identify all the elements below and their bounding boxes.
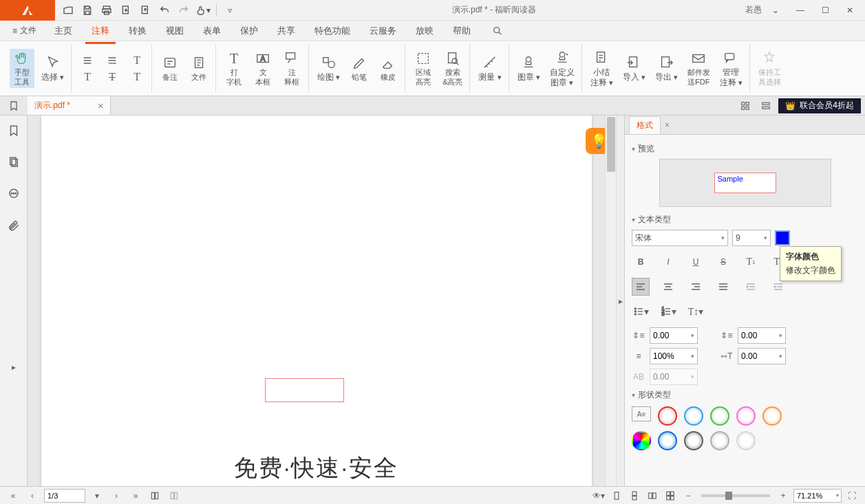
superscript-button[interactable]: T1 [742,253,760,271]
menu-tab-9[interactable]: 放映 [406,22,443,40]
continuous-view-icon[interactable] [627,488,642,503]
strikeout-t-icon[interactable]: T [102,69,122,85]
insert-text-icon[interactable]: T [127,69,147,85]
zoom-in-button[interactable]: + [776,488,791,503]
pencil-button[interactable]: 铅笔 [347,54,372,83]
underline-t-icon[interactable]: T [77,69,98,85]
zoom-slider[interactable] [701,494,770,497]
measure-button[interactable]: 测量 ▾ [476,53,504,83]
menu-tab-5[interactable]: 保护 [231,22,268,40]
search-highlight-button[interactable]: 搜索 &高亮 [440,49,465,87]
zoom-level-combo[interactable]: 71.21% [793,489,842,503]
keep-selection-button[interactable]: 保持工 具选择 [756,49,784,87]
numbered-list-button[interactable]: 123▾ [659,303,677,320]
replace-text-icon[interactable]: T [127,53,147,68]
char-spacing-input[interactable]: 0.00 [738,348,786,364]
pdf-page[interactable]: 免费·快速·安全 全球用户超越6.5亿, 阅读PDF文档的理想选择~ [41,116,592,486]
shape-color-swatch[interactable] [710,431,729,450]
close-button[interactable]: ✕ [839,1,861,19]
minimize-button[interactable]: ― [789,1,811,19]
shape-type-section-title[interactable]: 形状类型 [632,389,858,401]
last-page-button[interactable]: » [128,488,143,503]
panel-tab-close-icon[interactable]: × [665,120,670,130]
summary-button[interactable]: 小结 注释 ▾ [588,48,616,89]
align-left-button[interactable] [632,278,650,296]
list-view-icon[interactable] [758,98,774,114]
attach-file-button[interactable]: 文件 [186,54,211,83]
highlight-icon[interactable] [77,53,98,68]
export-button[interactable]: 导出 ▾ [652,53,681,83]
shape-style-text[interactable]: A≡ [632,406,651,421]
eraser-button[interactable]: 橡皮 [376,54,401,83]
menu-tab-2[interactable]: 转换 [119,22,156,40]
align-center-button[interactable] [659,278,677,296]
annotation-textbox[interactable] [265,378,344,402]
menu-tab-1[interactable]: 注释 [82,22,119,40]
export-page-icon[interactable] [117,1,135,19]
left-expand-icon[interactable]: ▸ [10,353,18,381]
shape-color-swatch[interactable] [684,431,703,450]
squiggly-icon[interactable] [102,53,122,68]
area-highlight-button[interactable]: 区域 高亮 [411,49,436,87]
shape-color-swatch[interactable] [658,406,677,426]
shape-color-swatch[interactable] [658,431,677,450]
qat-dropdown-icon[interactable]: ▿ [221,1,239,19]
tab-close-icon[interactable]: × [98,100,103,111]
search-icon[interactable] [489,22,506,40]
spacing-after-input[interactable]: 0.00 [738,327,786,344]
text-direction-button[interactable]: T↕▾ [687,303,705,320]
shape-color-swatch[interactable] [684,406,703,426]
font-family-combo[interactable]: 宋体 [632,230,728,246]
mail-fdf-button[interactable]: 邮件发 送FDF [685,49,713,87]
callout-button[interactable]: 注 释框 [279,49,304,87]
align-right-button[interactable] [687,278,705,296]
open-icon[interactable] [59,1,77,19]
custom-stamp-button[interactable]: 自定义 图章 ▾ [547,48,577,89]
import-button[interactable]: 导入 ▾ [620,53,648,83]
shape-color-swatch[interactable] [736,406,756,426]
menu-tab-7[interactable]: 特色功能 [305,22,360,40]
undo-icon[interactable] [156,1,173,19]
zoom-out-button[interactable]: − [681,488,696,503]
spacing-before-input[interactable]: 0.00 [650,327,698,344]
document-tab[interactable]: 演示.pdf * × [28,96,111,115]
strikethrough-button[interactable]: S [714,253,732,271]
prev-page-button[interactable]: ‹ [25,488,40,503]
page-layout-icon[interactable] [147,488,162,503]
text-type-section-title[interactable]: 文本类型 [632,214,858,226]
align-justify-button[interactable] [714,278,732,296]
manage-comments-button[interactable]: 管理 注释 ▾ [717,48,745,89]
hand-tool-button[interactable]: 手型 工具 [10,49,34,87]
bookmarks-icon[interactable] [4,121,23,140]
bookmark-marker-icon[interactable] [0,96,28,115]
preview-section-title[interactable]: 预览 [632,143,858,155]
maximize-button[interactable]: ☐ [814,1,836,19]
menu-tab-10[interactable]: 帮助 [443,22,480,40]
bullet-list-button[interactable]: ▾ [632,303,650,320]
continuous-facing-view-icon[interactable] [663,488,678,503]
underline-button[interactable]: U [687,253,705,271]
menu-tab-4[interactable]: 表单 [193,22,231,40]
indent-decrease-button[interactable] [742,278,760,296]
file-menu[interactable]: ≡ 文件 [7,22,42,39]
promo-banner[interactable]: 👑 联合会员4折起 [778,98,861,113]
menu-tab-6[interactable]: 共享 [268,22,305,40]
user-dropdown-icon[interactable]: ⌄ [765,1,787,19]
right-collapse-icon[interactable]: ▸ [616,116,624,486]
draw-shapes-button[interactable]: 绘图 ▾ [314,53,343,83]
vertical-scrollbar[interactable] [605,116,616,486]
menu-tab-8[interactable]: 云服务 [360,22,406,40]
facing-view-icon[interactable] [645,488,660,503]
color-wheel-button[interactable] [632,431,651,450]
note-button[interactable]: 备注 [158,54,182,83]
textbox-button[interactable]: A文 本框 [250,49,275,87]
format-tab[interactable]: 格式 [629,116,661,134]
grid-view-icon[interactable] [737,98,754,114]
first-page-button[interactable]: « [6,488,21,503]
user-name[interactable]: 若愚 [745,4,762,16]
line-spacing-input[interactable]: 100% [650,348,698,364]
import-page-icon[interactable] [136,1,154,19]
fullscreen-icon[interactable]: ⛶ [844,488,859,503]
visibility-icon[interactable]: 👁▾ [591,488,606,503]
shape-color-swatch[interactable] [762,406,782,426]
